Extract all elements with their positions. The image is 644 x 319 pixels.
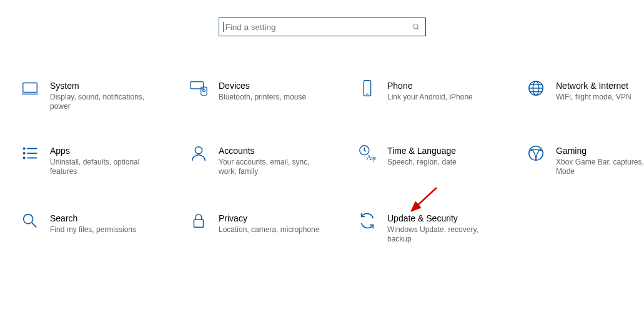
search-input[interactable]: Find a setting xyxy=(219,18,426,36)
tile-title: Accounts xyxy=(219,145,325,156)
tile-desc: Speech, region, date xyxy=(387,158,457,167)
svg-point-30 xyxy=(195,147,202,154)
tile-gaming[interactable]: Gaming Xbox Game Bar, captures, Mode xyxy=(525,145,644,176)
privacy-icon xyxy=(187,211,210,230)
tile-desc: Xbox Game Bar, captures, Mode xyxy=(556,158,644,176)
text-cursor xyxy=(223,22,224,32)
tile-title: Network & Internet xyxy=(556,80,632,91)
tile-time-language[interactable]: A 字 Time & Language Speech, region, date xyxy=(356,145,506,167)
tile-desc: Location, camera, microphone xyxy=(219,225,319,235)
svg-point-16 xyxy=(203,89,206,92)
tile-desc: Find my files, permissions xyxy=(50,225,136,235)
tile-desc: Windows Update, recovery, backup xyxy=(387,225,493,244)
tile-desc: Link your Android, iPhone xyxy=(387,93,473,102)
system-icon xyxy=(19,79,41,98)
tile-network[interactable]: Network & Internet WiFi, flight mode, VP… xyxy=(525,80,644,102)
annotation-arrow xyxy=(404,185,442,216)
search-icon xyxy=(412,23,420,31)
svg-rect-17 xyxy=(364,81,370,96)
svg-line-36 xyxy=(32,223,37,228)
phone-icon xyxy=(356,79,379,98)
tile-title: Devices xyxy=(219,80,306,91)
tile-title: Gaming xyxy=(556,145,644,156)
svg-line-1 xyxy=(417,28,419,30)
search-bar-container: Find a setting xyxy=(0,18,644,36)
tile-devices[interactable]: Devices Bluetooth, printers, mouse xyxy=(187,80,337,102)
svg-rect-37 xyxy=(194,220,204,227)
svg-point-0 xyxy=(413,24,418,29)
svg-line-38 xyxy=(412,188,437,211)
tile-apps[interactable]: Apps Uninstall, defaults, optional featu… xyxy=(19,145,169,176)
svg-point-26 xyxy=(24,153,25,154)
tile-title: System xyxy=(50,80,156,91)
tile-update-security[interactable]: Update & Security Windows Update, recove… xyxy=(356,213,506,244)
tile-accounts[interactable]: Accounts Your accounts, email, sync, wor… xyxy=(187,145,337,176)
tile-search[interactable]: Search Find my files, permissions xyxy=(19,213,169,235)
svg-text:字: 字 xyxy=(371,156,377,163)
tile-system[interactable]: System Display, sound, notifications, po… xyxy=(19,80,169,111)
tile-desc: Your accounts, email, sync, work, family xyxy=(219,158,325,176)
tile-phone[interactable]: Phone Link your Android, iPhone xyxy=(356,80,506,102)
svg-point-28 xyxy=(24,157,25,158)
accounts-icon xyxy=(187,144,210,163)
svg-point-35 xyxy=(24,215,33,224)
tile-title: Search xyxy=(50,213,136,224)
search-category-icon xyxy=(19,211,41,230)
tile-title: Phone xyxy=(387,80,473,91)
svg-rect-15 xyxy=(201,87,207,95)
apps-icon xyxy=(19,144,41,163)
gaming-icon xyxy=(525,144,547,163)
tile-title: Time & Language xyxy=(387,145,457,156)
svg-point-24 xyxy=(24,148,25,149)
settings-grid: System Display, sound, notifications, po… xyxy=(0,36,644,318)
svg-rect-2 xyxy=(23,83,37,93)
update-security-icon xyxy=(356,211,379,230)
tile-title: Apps xyxy=(50,145,156,156)
network-icon xyxy=(525,79,547,98)
tile-title: Privacy xyxy=(219,213,319,224)
search-placeholder: Find a setting xyxy=(225,23,412,32)
tile-privacy[interactable]: Privacy Location, camera, microphone xyxy=(187,213,337,235)
devices-icon xyxy=(187,79,210,98)
tile-desc: WiFi, flight mode, VPN xyxy=(556,93,632,102)
tile-desc: Bluetooth, printers, mouse xyxy=(219,93,306,102)
tile-desc: Display, sound, notifications, power xyxy=(50,93,156,111)
time-language-icon: A 字 xyxy=(356,144,379,163)
tile-desc: Uninstall, defaults, optional features xyxy=(50,158,156,176)
